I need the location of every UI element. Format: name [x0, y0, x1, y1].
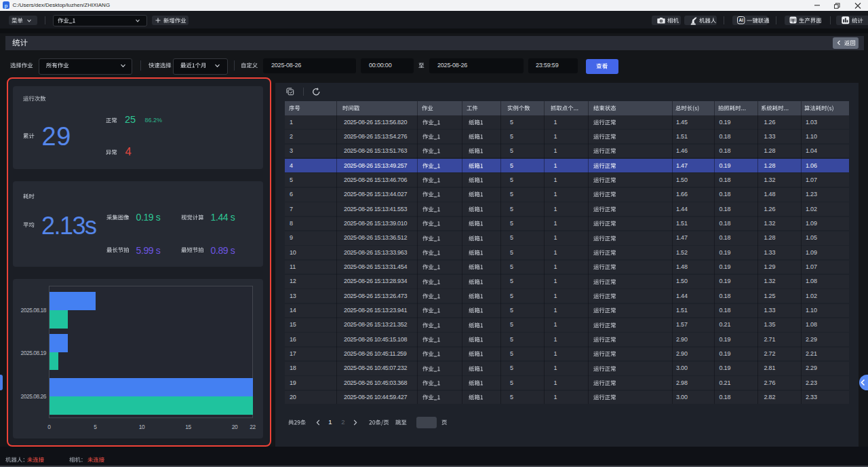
svg-text:p: p — [5, 3, 8, 9]
svg-text:AI: AI — [738, 18, 743, 22]
